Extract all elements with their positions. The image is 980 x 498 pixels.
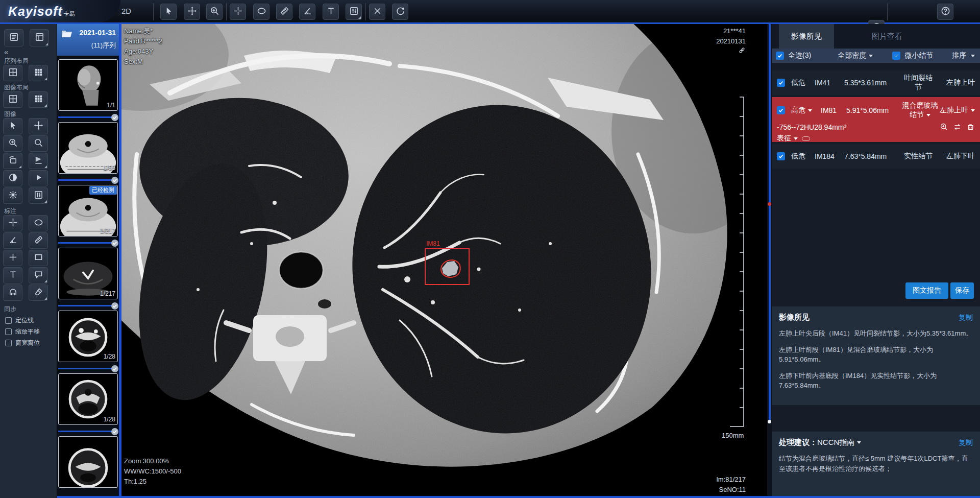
annotation-crosshair-button[interactable] [3,215,22,231]
nodule-row-IM81-selected[interactable]: 高危 IM81 5.91*5.06mm 混合磨玻璃结节 左肺上叶 -756--7… [772,97,980,142]
save-button[interactable]: 保存 [950,282,974,299]
trash-icon[interactable] [966,123,975,131]
series-thumbnail-2[interactable]: 1/55 [58,122,118,185]
image-play-button[interactable] [29,170,48,186]
toolbar-divider [153,3,154,20]
study-header[interactable]: 2021-01-31 (11)序列 [57,24,119,56]
series-thumbnail-3[interactable]: 已经检测 1/217 [58,185,118,248]
tab-image-view[interactable]: 图片查看 [860,24,915,49]
app-logo: Kayisoft 卡易 [0,0,120,22]
zoom-in-tool-button[interactable] [206,4,223,20]
layout-panel-button[interactable] [30,29,49,46]
collapse-sidebar-button[interactable]: « [4,48,8,56]
nodule-position-marker[interactable] [768,202,771,206]
pan-tool-button[interactable] [184,4,200,20]
select-all-label[interactable]: 全选(3) [788,51,811,60]
reset-tool-button[interactable] [392,4,408,20]
chevron-down-icon [869,55,873,57]
zoom-in-icon [8,138,18,149]
image-grid-2x2-button[interactable] [3,91,22,108]
copy-findings-link[interactable]: 复制 [959,313,973,322]
advice-title: 处理建议： [779,438,817,447]
image-zoom-in-button[interactable] [3,135,22,152]
swap-compare-icon[interactable] [953,123,962,131]
view-mode-label[interactable]: 2D [121,7,131,15]
copy-advice-link[interactable]: 复制 [959,438,973,447]
feature-toggle[interactable] [802,136,810,141]
angle-tool-button[interactable] [299,4,315,20]
nodule-checkbox[interactable] [777,152,785,160]
guideline-dropdown[interactable]: NCCN指南 [817,438,854,447]
annotation-ellipse-button[interactable] [29,215,48,231]
annotation-rectangle-button[interactable] [29,250,48,266]
annotation-angle-button[interactable] [3,232,22,249]
report-button[interactable]: 图文报告 [905,282,948,299]
image-flip-button[interactable] [29,153,48,169]
density-filter[interactable]: 全部密度 [838,51,866,60]
ct-image-viewport[interactable]: 150mm IM81 Name:吴* Patid:R*****2 Age:043… [121,24,767,498]
image-rotate-button[interactable] [3,153,22,169]
series-thumbnail-7[interactable] [58,436,118,498]
image-window-level-button[interactable] [29,187,48,204]
micro-nodule-checkbox[interactable] [892,52,900,60]
image-pan-button[interactable] [29,118,48,134]
nodule-location-dropdown[interactable]: 左肺上叶 [940,106,975,115]
arch-icon [8,287,18,298]
sync-option-zoom-pan[interactable]: 缩放平移 [5,327,40,336]
help-icon [941,6,950,17]
annotation-callout-button[interactable] [29,267,48,283]
checkbox-unchecked-icon[interactable] [5,317,12,324]
series-browser-button[interactable] [4,29,23,46]
section-label-sync: 同步 [4,305,16,314]
sync-option-window-level[interactable]: 窗宽窗位 [5,339,40,347]
series-thumbnail-1[interactable]: 1/1 [58,59,118,122]
series-thumbnail-4[interactable]: 1/217 [58,248,118,311]
magnify-detail-icon[interactable] [940,123,948,131]
image-grid-3x3-button[interactable] [29,91,48,108]
panel-tabs: 影像所见 图片查看 [772,24,980,49]
checkbox-unchecked-icon[interactable] [5,340,12,346]
help-button[interactable] [937,4,953,20]
series-thumbnail-5[interactable]: 1/28 [58,311,118,373]
nodule-checkbox[interactable] [777,79,785,87]
sort-control[interactable]: 排序 [952,51,966,60]
pointer-tool-button[interactable] [160,4,177,20]
image-magnifier-button[interactable] [29,135,48,152]
zoom-in-icon [210,6,219,17]
section-label-image: 图像 [4,110,16,118]
micro-nodule-label[interactable]: 微小结节 [904,51,933,60]
sync-option-localizer[interactable]: 定位线 [5,316,34,325]
series-grid-2x2-button[interactable] [3,65,22,81]
annotation-arch-button[interactable] [3,284,22,301]
checkbox-unchecked-icon[interactable] [5,328,12,335]
tab-findings[interactable]: 影像所见 [779,24,834,49]
link-icon[interactable] [738,48,746,56]
text-tool-button[interactable] [323,4,339,20]
nodule-row-IM41[interactable]: 低危 IM41 5.35*3.61mm 叶间裂结节 左肺上叶 [772,70,980,95]
ruler-tool-button[interactable] [276,4,292,20]
annotation-eraser-button[interactable] [29,284,48,301]
nodule-size: 7.63*5.84mm [844,152,901,160]
image-scrollbar[interactable] [767,24,772,498]
series-grid-3x3-button[interactable] [29,65,48,81]
crosshair-tool-button[interactable] [230,4,246,20]
nodule-type-dropdown[interactable]: 混合磨玻璃结节 [900,101,940,120]
annotation-ruler-button[interactable] [29,232,48,249]
risk-level-dropdown[interactable]: 高危 [791,106,821,115]
window-level-tool-button[interactable] [346,4,362,20]
feature-dropdown[interactable]: 表征 [777,134,791,143]
close-tool-button[interactable] [369,4,385,20]
image-brightness-button[interactable] [3,187,22,204]
chevron-down-icon [971,109,975,112]
select-all-checkbox[interactable] [776,52,784,60]
series-thumbnail-6[interactable]: 1/28 [58,373,118,436]
image-pointer-button[interactable] [3,118,22,134]
nodule-row-IM184[interactable]: 低危 IM184 7.63*5.84mm 实性结节 左肺下叶 [772,144,980,169]
scrollbar-thumb[interactable] [768,420,771,423]
annotation-text-button[interactable] [3,267,22,283]
image-invert-button[interactable] [3,170,22,186]
logo-suffix: 卡易 [64,10,75,18]
ellipse-tool-button[interactable] [253,4,270,20]
nodule-checkbox[interactable] [777,106,785,114]
annotation-plus-button[interactable] [3,250,22,266]
